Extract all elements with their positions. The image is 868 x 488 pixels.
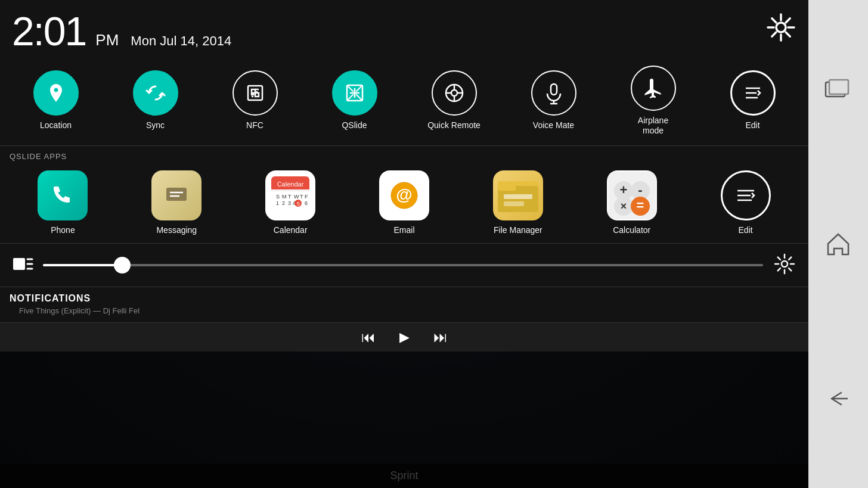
sync-circle (133, 70, 178, 116)
svg-line-75 (789, 257, 791, 260)
edit-apps-circle (721, 170, 771, 220)
svg-text:T: T (300, 194, 303, 200)
quick-remote-circle (432, 70, 477, 116)
prev-button[interactable]: ⏮ (361, 329, 376, 346)
svg-text:@: @ (396, 185, 412, 204)
voice-mate-label: Voice Mate (533, 120, 574, 130)
slider-thumb (114, 257, 131, 273)
svg-line-74 (789, 268, 791, 271)
app-phone[interactable]: Phone (6, 168, 120, 238)
quick-remote-label: Quick Remote (427, 120, 480, 130)
svg-line-76 (778, 268, 780, 271)
calendar-app-icon: Calendar SMT WTF 123 4 5 6 (265, 170, 315, 220)
app-edit[interactable]: Edit (689, 168, 802, 238)
app-email[interactable]: @ Email (348, 168, 461, 238)
svg-rect-17 (551, 84, 557, 95)
svg-text:+: + (619, 182, 627, 197)
toggle-nfc[interactable]: NFC (205, 67, 305, 134)
voice-mate-circle (531, 70, 576, 116)
back-button[interactable] (820, 387, 856, 411)
edit-apps-label: Edit (739, 225, 753, 235)
svg-text:5: 5 (297, 201, 300, 207)
toggle-location[interactable]: Location (6, 67, 106, 134)
phone-app-icon (38, 170, 88, 220)
svg-line-5 (772, 18, 776, 23)
app-calculator[interactable]: + - × = Calculator (575, 168, 689, 238)
toggle-qslide[interactable]: QSlide (305, 67, 404, 134)
app-calendar[interactable]: Calendar SMT WTF 123 4 5 6 Calendar (234, 168, 348, 238)
svg-text:W: W (294, 194, 299, 200)
edit-toggles-label: Edit (745, 120, 760, 130)
edit-circle (730, 70, 776, 116)
svg-text:1: 1 (276, 200, 279, 206)
svg-rect-23 (166, 188, 187, 201)
svg-point-12 (451, 90, 457, 96)
location-label: Location (40, 120, 72, 130)
svg-text:2: 2 (282, 200, 285, 206)
clock-ampm: PM (95, 31, 119, 49)
toggle-voice-mate[interactable]: Voice Mate (504, 67, 603, 134)
app-file-manager[interactable]: File Manager (461, 168, 575, 238)
svg-line-6 (786, 32, 790, 36)
music-player-bar: ⏮ ▶ ⏭ (0, 322, 808, 352)
svg-rect-49 (498, 184, 516, 191)
airplane-circle (631, 66, 676, 111)
toggle-quick-remote[interactable]: Quick Remote (404, 67, 504, 134)
notification-panel: 2:01 PM Mon Jul 14, 2014 (0, 0, 808, 352)
svg-text:6: 6 (305, 200, 308, 206)
email-app-icon: @ (379, 170, 429, 220)
brightness-row (0, 244, 808, 287)
svg-point-68 (782, 261, 788, 267)
svg-rect-52 (608, 172, 656, 219)
main-panel: 2:01 PM Mon Jul 14, 2014 (0, 0, 808, 488)
settings-icon[interactable] (765, 12, 796, 43)
brightness-icon (12, 253, 33, 277)
qslide-section-title: QSLIDE APPS (0, 146, 808, 166)
svg-text:S: S (276, 194, 280, 200)
calculator-app-icon: + - × = (607, 170, 657, 220)
svg-rect-78 (829, 80, 848, 94)
app-messaging[interactable]: Messaging (120, 168, 234, 238)
location-circle (33, 70, 79, 116)
sync-label: Sync (146, 120, 165, 130)
status-bar: 2:01 PM Mon Jul 14, 2014 (0, 0, 808, 57)
airplane-label: Airplanemode (638, 116, 668, 136)
svg-rect-50 (504, 194, 532, 199)
home-button[interactable] (820, 232, 856, 256)
settings-gear-icon[interactable] (773, 252, 796, 278)
nfc-label: NFC (246, 120, 264, 130)
play-button[interactable]: ▶ (399, 330, 410, 345)
svg-line-7 (786, 18, 790, 23)
qslide-circle (332, 70, 377, 116)
svg-rect-51 (504, 201, 524, 206)
messaging-label: Messaging (156, 225, 197, 235)
svg-text:M: M (282, 194, 287, 200)
svg-text:=: = (636, 198, 644, 213)
svg-rect-64 (13, 258, 25, 270)
notifications-title: NOTIFICATIONS (10, 293, 799, 304)
toggle-sync[interactable]: Sync (106, 67, 205, 134)
email-label: Email (394, 225, 415, 235)
clock-time: 2:01 (12, 11, 86, 51)
svg-text:F: F (305, 194, 308, 200)
qslide-apps-row: Phone Messaging (0, 166, 808, 244)
svg-point-0 (776, 23, 786, 32)
recents-button[interactable] (820, 77, 856, 101)
phone-label: Phone (51, 225, 75, 235)
calculator-label: Calculator (613, 225, 650, 235)
toggle-edit[interactable]: Edit (703, 67, 802, 134)
notification-track: Five Things (Explicit) — Dj Felli Fel (10, 304, 799, 318)
svg-text:T: T (288, 194, 292, 200)
svg-text:-: - (638, 182, 642, 197)
filemanager-app-icon (493, 170, 543, 220)
quick-toggles-row: Location Sync (0, 57, 808, 146)
toggle-airplane[interactable]: Airplanemode (603, 62, 703, 139)
brightness-slider[interactable] (43, 264, 763, 266)
right-sidebar (808, 0, 868, 488)
next-button[interactable]: ⏭ (433, 329, 448, 346)
svg-text:3: 3 (288, 200, 291, 206)
music-controls: ⏮ ▶ ⏭ (12, 329, 796, 346)
clock-date: Mon Jul 14, 2014 (131, 33, 231, 49)
notifications-section: NOTIFICATIONS Five Things (Explicit) — D… (0, 287, 808, 322)
calendar-label: Calendar (274, 225, 308, 235)
